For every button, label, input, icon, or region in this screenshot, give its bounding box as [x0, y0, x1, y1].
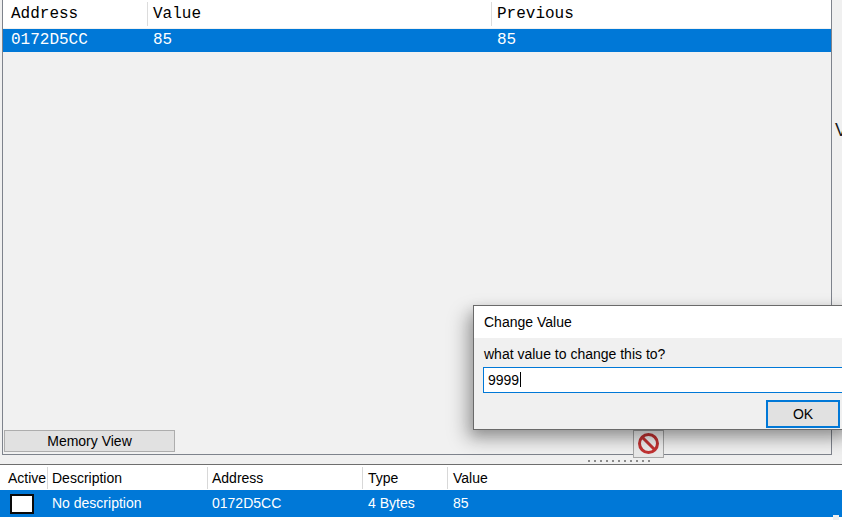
text-caret	[520, 372, 521, 387]
value-input[interactable]: 9999	[483, 367, 842, 393]
header-description[interactable]: Description	[52, 466, 122, 490]
dialog-prompt: what value to change this to?	[484, 346, 665, 362]
splitter-grip[interactable]	[588, 460, 650, 462]
row-value: 85	[453, 490, 469, 517]
change-value-dialog: Change Value what value to change this t…	[473, 305, 842, 430]
scrollbar-notch	[833, 515, 839, 520]
header-active[interactable]: Active	[8, 466, 46, 490]
found-list-selected-row[interactable]: 0172D5CC 85 85	[3, 29, 831, 52]
dialog-titlebar[interactable]: Change Value	[474, 306, 842, 338]
no-entry-icon	[638, 433, 659, 454]
address-list-header: Active Description Address Type Value	[0, 466, 842, 490]
column-divider[interactable]	[147, 2, 148, 26]
column-divider[interactable]	[362, 467, 363, 489]
found-row-value: 85	[153, 29, 172, 52]
address-list-panel: Active Description Address Type Value No…	[0, 464, 842, 520]
active-checkbox[interactable]	[10, 494, 34, 514]
header-address[interactable]: Address	[212, 466, 263, 490]
clipped-edge-text: V	[835, 120, 842, 141]
column-divider[interactable]	[447, 467, 448, 489]
column-divider[interactable]	[47, 467, 48, 489]
memory-view-button[interactable]: Memory View	[4, 430, 175, 452]
ok-button[interactable]: OK	[766, 400, 840, 428]
found-header-value[interactable]: Value	[153, 2, 201, 26]
found-row-address: 0172D5CC	[11, 29, 88, 52]
row-address: 0172D5CC	[212, 490, 281, 517]
found-header-address[interactable]: Address	[11, 2, 78, 26]
found-header-previous[interactable]: Previous	[497, 2, 574, 26]
found-list-header: Address Value Previous	[3, 0, 831, 28]
column-divider[interactable]	[491, 2, 492, 26]
address-list-selected-row[interactable]: No description 0172D5CC 4 Bytes 85	[0, 490, 842, 517]
dialog-title: Change Value	[484, 306, 572, 338]
column-divider[interactable]	[207, 467, 208, 489]
row-type: 4 Bytes	[368, 490, 415, 517]
row-description: No description	[52, 490, 142, 517]
attach-status-button[interactable]	[633, 430, 664, 458]
header-type[interactable]: Type	[368, 466, 398, 490]
value-input-text: 9999	[488, 372, 519, 388]
header-value[interactable]: Value	[453, 466, 488, 490]
found-row-previous: 85	[497, 29, 516, 52]
